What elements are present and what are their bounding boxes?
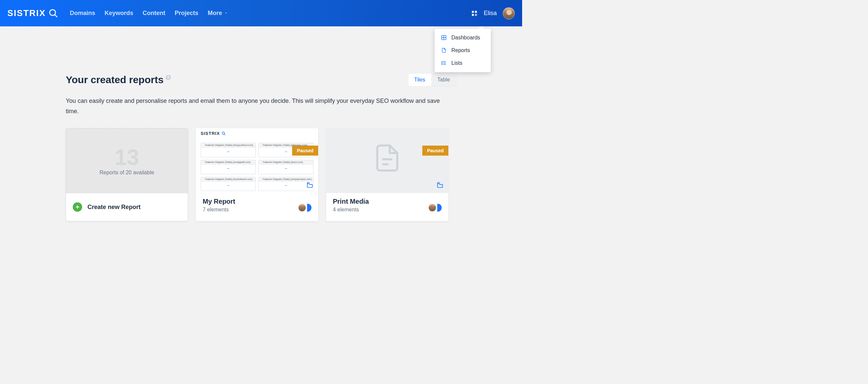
svg-point-11 [441,61,442,62]
view-tab-table[interactable]: Table [431,73,456,86]
view-tab-tiles[interactable]: Tiles [408,73,431,86]
dropdown-label: Reports [452,48,470,53]
owner-avatar [299,204,311,212]
user-name[interactable]: Elisa [484,10,497,17]
app-header: SISTRIX Domains Keywords Content Project… [0,0,522,26]
status-badge: Paused [292,146,318,156]
create-report-card: 13 Reports of 20 available + Create new … [66,128,188,221]
report-title: Print Media [333,198,429,205]
reports-count: 13 [115,146,139,168]
dropdown-lists[interactable]: Lists [435,57,491,69]
logo-text: SISTRIX [7,8,46,18]
create-report-label: Create new Report [88,204,141,211]
report-title: My Report [203,198,299,205]
card-body: My Report 7 elements [196,193,318,219]
grid-icon [441,35,447,40]
reports-grid: 13 Reports of 20 available + Create new … [66,128,456,221]
file-icon [441,48,447,53]
nav-more-label: More [208,10,222,17]
create-card-stats: 13 Reports of 20 available [66,128,188,193]
svg-point-0 [50,9,56,16]
report-card[interactable]: SISTRIX Featured Snippets (Totals) (bbcg… [196,128,318,221]
svg-line-15 [224,134,225,135]
view-toggle: Tiles Table [408,73,456,87]
nav-domains[interactable]: Domains [70,10,95,17]
header-right: Elisa Dashboards Reports [471,7,515,19]
dropdown-label: Dashboards [452,35,480,41]
page-header-row: Your created reports ? Tiles Table [66,73,456,87]
search-icon [49,8,58,18]
help-icon[interactable]: ? [165,75,171,80]
nav-projects[interactable]: Projects [175,10,198,17]
plus-icon: + [73,202,82,212]
nav-keywords[interactable]: Keywords [104,10,133,17]
main-nav: Domains Keywords Content Projects More [70,10,228,17]
logo[interactable]: SISTRIX [7,8,58,18]
folder-icon[interactable] [436,182,444,190]
owner-avatar [429,204,442,212]
create-report-button[interactable]: + Create new Report [66,193,188,221]
avatar[interactable] [503,7,515,19]
svg-point-12 [441,63,442,63]
apps-dropdown: Dashboards Reports Lists [435,29,491,72]
page-title: Your created reports ? [66,74,171,86]
report-card[interactable]: Paused Print Media 4 elements [326,128,448,221]
svg-rect-4 [472,14,474,16]
report-preview: SISTRIX Featured Snippets (Totals) (bbcg… [196,128,318,193]
main-container: Your created reports ? Tiles Table You c… [66,26,456,234]
apps-icon[interactable] [471,10,478,17]
list-icon [441,60,447,66]
svg-point-13 [441,64,442,65]
chevron-down-icon [224,10,228,17]
nav-content[interactable]: Content [143,10,165,17]
status-badge: Paused [422,146,448,156]
preview-logo: SISTRIX [200,131,226,136]
reports-available: Reports of 20 available [99,170,154,176]
page-description: You can easily create and personalise re… [66,96,450,116]
dropdown-label: Lists [452,60,462,66]
report-elements: 7 elements [203,207,299,213]
svg-point-14 [222,132,224,134]
document-icon [372,140,402,178]
dropdown-dashboards[interactable]: Dashboards [435,31,491,44]
svg-rect-2 [472,11,474,13]
nav-more[interactable]: More [208,10,228,17]
page-title-text: Your created reports [66,74,163,86]
card-body: Print Media 4 elements [326,193,448,219]
dropdown-reports[interactable]: Reports [435,44,491,57]
report-preview: Paused [326,128,448,193]
svg-rect-3 [475,11,477,13]
report-elements: 4 elements [333,207,429,213]
svg-line-1 [55,15,57,17]
folder-icon[interactable] [306,182,313,190]
